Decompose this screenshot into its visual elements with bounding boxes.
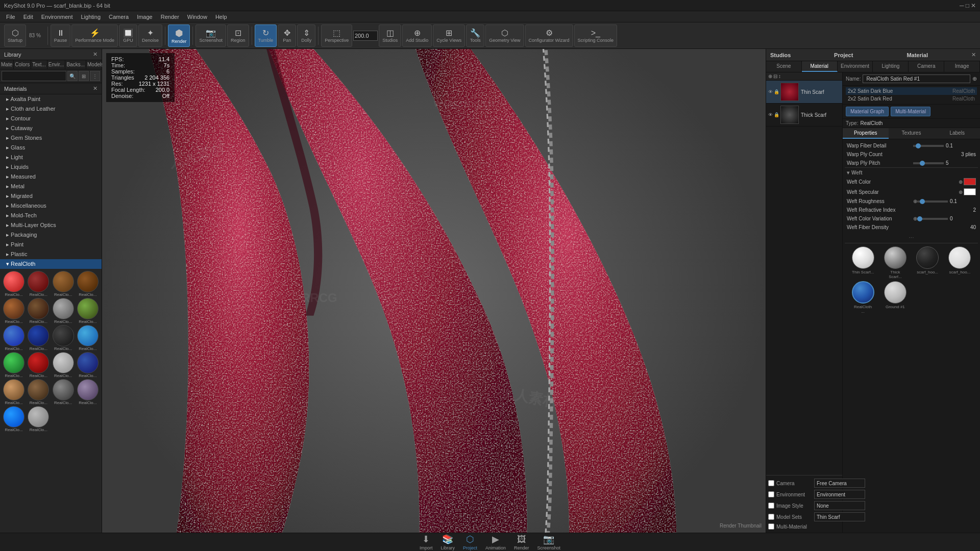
tree-item-axalta[interactable]: ▸ Axalta Paint [0,94,102,104]
menu-image[interactable]: Image [133,13,157,21]
mat-item-2[interactable]: RealClo... [52,271,75,297]
region-btn[interactable]: ⊡ Region [227,24,249,47]
library-search-input[interactable] [2,71,66,81]
props-tab-properties[interactable]: Properties [843,128,889,139]
tree-item-packaging[interactable]: ▸ Packaging [0,230,102,240]
cycle-views-btn[interactable]: ⊞ Cycle Views [433,24,465,47]
mat-item-5[interactable]: RealClo... [27,298,50,324]
mat-item-17[interactable]: RealClo... [27,379,50,405]
scene-obj-btn3[interactable]: ↕ [778,73,781,79]
render-btn[interactable]: ⬢ Render [168,24,190,47]
right-panel-close-btn[interactable]: ✕ [971,52,976,58]
mat-item-21[interactable]: RealClo... [27,406,50,432]
geometry-view-btn[interactable]: ⬡ Geometry View [485,24,524,47]
mat-item-1[interactable]: RealClo... [27,271,50,297]
weft-specular-swatch[interactable] [964,188,976,195]
mat-item-9[interactable]: RealClo... [27,325,50,351]
menu-help[interactable]: Help [211,13,231,21]
mat-item-4[interactable]: RealClo... [2,298,26,324]
performance-btn[interactable]: ⚡ Performance Mode [71,24,118,47]
swatch-realcloth-blue[interactable]: RealCloth ... [848,281,878,314]
tree-item-multilayer[interactable]: ▸ Multi-Layer Optics [0,220,102,230]
search-btn[interactable]: 🔍 [67,71,78,81]
lib-tab-materials[interactable]: Mate [0,60,14,69]
swatch-thin-scarf[interactable]: Thin Scarf... [848,246,878,279]
weft-roughness-slider[interactable] [917,201,948,203]
mat-item-18[interactable]: RealClo... [52,379,75,405]
thick-scarf-vis-icon[interactable]: 👁 [768,112,773,117]
props-tab-labels[interactable]: Labels [934,128,980,139]
lib-tab-colors[interactable]: Colors [14,60,31,69]
weft-color-var-map-icon[interactable]: ⊕ [913,216,917,221]
screenshot-bottom-btn[interactable]: 📷 Screenshot [537,534,561,550]
thin-scarf-lock-icon[interactable]: 🔒 [774,89,779,94]
thick-scarf-lock-icon[interactable]: 🔒 [774,112,779,117]
animation-btn[interactable]: ▶ Animation [485,534,506,550]
weft-color-var-slider[interactable] [917,218,948,220]
menu-render[interactable]: Render [157,13,183,21]
tree-item-measured[interactable]: ▸ Measured [0,172,102,182]
mat-item-11[interactable]: RealClo... [76,325,100,351]
menu-window[interactable]: Window [183,13,211,21]
weft-roughness-map-icon[interactable]: ⊕ [913,198,917,204]
sort-btn[interactable]: ⊞ [79,71,89,81]
tree-item-realcloth[interactable]: ▾ RealCloth [0,259,102,269]
tab-material[interactable]: Material [802,61,838,72]
mat-item-8[interactable]: RealClo... [2,325,26,351]
mat-item-14[interactable]: RealClo... [52,352,75,378]
tree-item-metal[interactable]: ▸ Metal [0,182,102,191]
project-btn[interactable]: ⬡ Project [463,534,477,550]
model-sets-checkbox[interactable] [768,514,774,520]
tab-environment[interactable]: Environment [838,61,873,72]
tree-item-cutaway[interactable]: ▸ Cutaway [0,123,102,133]
tree-item-paint[interactable]: ▸ Paint [0,240,102,249]
lib-tab-backplates[interactable]: Backs... [65,60,86,69]
warp-ply-pitch-slider[interactable] [913,162,944,164]
menu-lighting[interactable]: Lighting [77,13,105,21]
mat-item-16[interactable]: RealClo... [2,379,26,405]
multi-material-checkbox[interactable] [768,523,774,530]
mat-item-6[interactable]: RealClo... [52,298,75,324]
tree-item-gems[interactable]: ▸ Gem Stones [0,133,102,143]
pan-btn[interactable]: ✥ Pan [278,24,296,47]
tab-image[interactable]: Image [944,61,980,72]
material-name-input[interactable] [863,74,970,83]
menu-edit[interactable]: Edit [19,13,37,21]
mat-copy-btn[interactable]: ⊕ [972,76,977,82]
swatch-thick-scarf[interactable]: Thick Scarf... [880,246,910,279]
startup-btn[interactable]: ⬡ Startup [4,24,26,47]
mat-item-13[interactable]: RealClo... [27,352,50,378]
screenshot-btn[interactable]: 📷 Screenshot [195,24,226,47]
swatch-scarf-hoo-dark[interactable]: scarf_hoo... [913,246,943,279]
denoise-btn[interactable]: ✦ Denoise [138,24,162,47]
add-studio-btn[interactable]: ⊕ Add Studio [402,24,432,47]
tree-item-plastic[interactable]: ▸ Plastic [0,249,102,259]
tree-item-cloth[interactable]: ▸ Cloth and Leather [0,104,102,114]
scene-obj-btn1[interactable]: ⊕ [768,73,772,79]
mat-item-7[interactable]: RealClo... [76,298,100,324]
tree-item-liquids[interactable]: ▸ Liquids [0,162,102,172]
materials-close-btn[interactable]: ✕ [93,85,97,92]
viewport[interactable]: FPS: 11.4 Time: 7s Samples: 6 Triangles … [102,49,766,533]
mat-item-0[interactable]: RealClo... [2,271,26,297]
image-style-checkbox[interactable] [768,503,774,509]
tools-btn[interactable]: 🔧 Tools [466,24,484,47]
lib-tab-environments[interactable]: Envir... [47,60,66,69]
render-bottom-btn[interactable]: 🖼 Render [514,534,529,550]
library-btn[interactable]: 📚 Library [440,534,455,550]
mat-item-20[interactable]: RealClo... [2,406,26,432]
swatch-scarf-hoo-light[interactable]: scarf_hoo... [945,246,975,279]
dolly-btn[interactable]: ⇕ Dolly [297,24,315,47]
mat-item-3[interactable]: RealClo... [76,271,100,297]
focal-length-input[interactable]: 200.0 [353,31,378,41]
lib-tab-textures[interactable]: Text... [31,60,47,69]
gpu-btn[interactable]: 🔲 GPU [119,24,137,47]
scene-obj-thick-scarf[interactable]: 👁 🔒 Thick Scarf [766,104,842,127]
environment-checkbox[interactable] [768,491,774,497]
mat-item-19[interactable]: RealClo... [76,379,100,405]
mat-list-item-0[interactable]: 2x2 Satin Dark Blue RealCloth [846,87,977,95]
tab-scene[interactable]: Scene [766,61,802,72]
mat-list-item-1[interactable]: 2x2 Satin Dark Red RealCloth [846,95,977,103]
material-graph-btn[interactable]: Material Graph [846,107,889,116]
configurator-btn[interactable]: ⚙ Configurator Wizard [525,24,573,47]
